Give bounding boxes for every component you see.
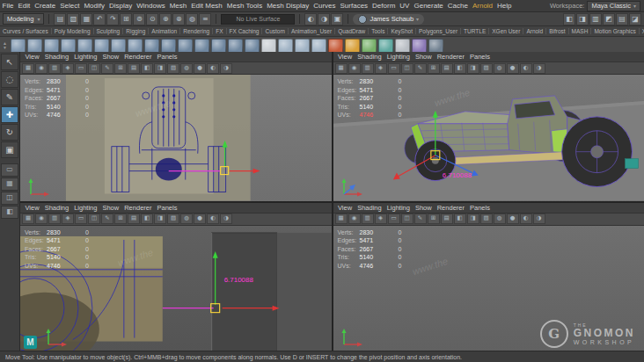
shelf-tab[interactable]: XGen	[640, 28, 644, 34]
wireframe-icon[interactable]: ◍	[180, 214, 193, 224]
viewport-canvas-persp[interactable]: 6.710088 Verts:28300 Edges:54710 Faces:2…	[333, 75, 644, 201]
shelf-tab[interactable]: KeyShot	[388, 28, 416, 34]
sculpt-tool-icon[interactable]	[261, 39, 276, 54]
xgen-icon[interactable]	[395, 39, 410, 54]
shelf-tab[interactable]: Motion Graphics	[591, 28, 639, 34]
viewport-menu-item[interactable]: Panels	[155, 204, 179, 212]
rotate-tool-icon[interactable]: ↻	[1, 124, 18, 141]
field-chart-icon[interactable]: ▨	[480, 63, 493, 74]
shelf-tab[interactable]: Rigging	[123, 28, 149, 34]
shelf-tab[interactable]: Curves / Surfaces	[0, 28, 52, 34]
lights-icon[interactable]: ◑	[533, 63, 545, 74]
shelf-tab[interactable]: Sculpting	[94, 28, 124, 34]
shelf-tab[interactable]: QuadDraw	[335, 28, 369, 34]
layout-outliner-persp-icon[interactable]: ◧	[1, 206, 18, 219]
viewport-menu-item[interactable]: Show	[413, 204, 434, 212]
motion-graphics-icon[interactable]	[412, 39, 427, 54]
mash-icon[interactable]	[362, 39, 377, 54]
film-gate-icon[interactable]: ▤	[441, 63, 453, 74]
2d-pan-zoom-icon[interactable]: ◫	[401, 214, 413, 224]
viewport-menu-item[interactable]: Renderer	[435, 204, 466, 212]
textured-icon[interactable]: ◐	[207, 214, 219, 224]
shelf-tab[interactable]: XGen User	[489, 28, 523, 34]
select-camera-icon[interactable]: ▦	[335, 63, 348, 74]
outliner-icon[interactable]: ▥	[589, 13, 602, 25]
snap-to-plane-icon[interactable]: ⊕	[159, 13, 172, 25]
textured-icon[interactable]: ◐	[520, 214, 532, 224]
menu-item[interactable]: Arnold	[470, 2, 494, 10]
textured-icon[interactable]: ◐	[520, 63, 532, 74]
resolution-gate-icon[interactable]: ◧	[141, 214, 153, 224]
user-account-chip[interactable]: James Schaub ▾	[353, 14, 424, 25]
render-settings-icon[interactable]: ▣	[331, 13, 343, 25]
menu-item[interactable]: Edit	[16, 2, 33, 10]
menu-item[interactable]: Curves	[311, 2, 338, 10]
lights-icon[interactable]: ◑	[533, 214, 545, 224]
snap-to-view-icon[interactable]: ⊗	[172, 13, 185, 25]
viewport-menu-item[interactable]: Show	[100, 204, 121, 212]
lights-icon[interactable]: ◑	[220, 214, 232, 224]
image-plane-icon[interactable]: ▭	[388, 214, 400, 224]
grid-icon[interactable]: ⊞	[114, 214, 127, 224]
gate-mask-icon[interactable]: ◨	[154, 214, 166, 224]
select-camera-icon[interactable]: ▦	[22, 63, 34, 74]
viewport-menu-item[interactable]: Renderer	[122, 53, 154, 61]
channel-box-icon[interactable]: ◪	[629, 13, 641, 25]
field-chart-icon[interactable]: ▨	[167, 63, 179, 74]
viewport-menu-item[interactable]: Lighting	[72, 53, 99, 61]
menu-item[interactable]: Cache	[445, 2, 470, 10]
resolution-gate-icon[interactable]: ◧	[454, 214, 466, 224]
menu-item[interactable]: Generate	[412, 2, 445, 10]
platonic-solid-icon[interactable]	[128, 39, 143, 54]
make-live-icon[interactable]: ◍	[186, 13, 198, 25]
poly-cone-icon[interactable]	[61, 39, 76, 54]
viewport-menu-item[interactable]: View	[23, 53, 41, 61]
shaded-icon[interactable]: ●	[507, 214, 519, 224]
wireframe-icon[interactable]: ◍	[180, 63, 193, 74]
grease-pencil-icon[interactable]: ✎	[414, 63, 427, 74]
grease-pencil-icon[interactable]: ✎	[414, 214, 427, 224]
attribute-editor-icon[interactable]: ◩	[603, 13, 615, 25]
shelf-tab[interactable]: Arnold	[523, 28, 546, 34]
shaded-icon[interactable]: ●	[194, 214, 206, 224]
skydome-light-icon[interactable]	[345, 39, 360, 54]
poly-cube-icon[interactable]	[27, 39, 42, 54]
menu-item[interactable]: Mesh Tools	[224, 2, 264, 10]
viewport-menu-item[interactable]: Lighting	[384, 53, 412, 61]
shelf-tab[interactable]: FX Caching	[227, 28, 263, 34]
field-chart-icon[interactable]: ▨	[480, 214, 493, 224]
viewport-menu-item[interactable]: Renderer	[435, 53, 466, 61]
shelf-switcher-icon[interactable]: ▲▼	[3, 41, 7, 50]
camera-attributes-icon[interactable]: ▥	[48, 63, 61, 74]
grease-pencil-icon[interactable]: ✎	[101, 63, 113, 74]
viewport-canvas-front[interactable]: Verts:28300 Edges:54710 Faces:26670 Tris…	[20, 75, 332, 201]
redo-icon[interactable]: ↷	[106, 13, 119, 25]
shelf-tab[interactable]: Poly Modeling	[52, 28, 94, 34]
gate-mask-icon[interactable]: ◨	[154, 63, 166, 74]
snap-to-point-icon[interactable]: ⊙	[146, 13, 158, 25]
shelf-tab[interactable]: MASH	[569, 28, 592, 34]
menu-item[interactable]: Edit Mesh	[189, 2, 225, 10]
select-tool-icon[interactable]: ↖	[1, 54, 18, 70]
film-gate-icon[interactable]: ▤	[128, 63, 140, 74]
snap-to-curve-icon[interactable]: ⊚	[133, 13, 145, 25]
viewport-menu-item[interactable]: Panels	[467, 53, 492, 61]
spherical-harmonics-icon[interactable]	[228, 39, 243, 54]
poly-sphere-icon[interactable]	[11, 39, 26, 54]
shaded-icon[interactable]: ●	[507, 63, 519, 74]
shelf-tab[interactable]: Tools	[369, 28, 388, 34]
wireframe-icon[interactable]: ◍	[494, 63, 506, 74]
quad-draw-icon[interactable]	[278, 39, 293, 54]
poly-torus-icon[interactable]	[77, 39, 92, 54]
viewport-menu-item[interactable]: Panels	[467, 204, 492, 212]
menu-item[interactable]: Mesh	[167, 2, 189, 10]
bifrost-icon[interactable]	[378, 39, 393, 54]
2d-pan-zoom-icon[interactable]: ◫	[88, 63, 100, 74]
viewport-menu-item[interactable]: Show	[100, 53, 121, 61]
menu-item[interactable]: Help	[495, 2, 514, 10]
grid-icon[interactable]: ⊞	[114, 63, 127, 74]
super-ellipse-icon[interactable]	[211, 39, 226, 54]
soccer-ball-icon[interactable]	[194, 39, 209, 54]
bookmark-icon[interactable]: ◈	[62, 214, 74, 224]
multi-cut-icon[interactable]	[295, 39, 310, 54]
